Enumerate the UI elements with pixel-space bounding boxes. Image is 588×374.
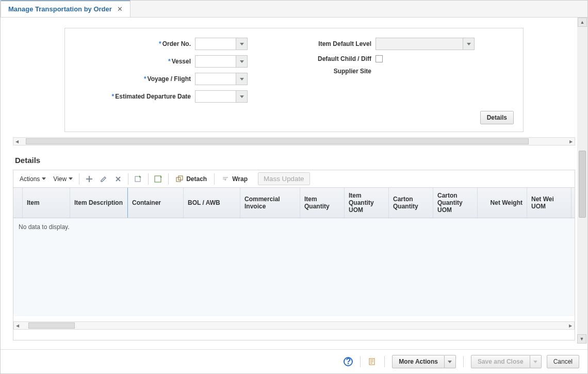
col-item-description[interactable]: Item Description xyxy=(70,188,128,218)
export-icon[interactable] xyxy=(132,173,145,185)
chevron-down-icon xyxy=(533,361,537,363)
col-carton-quantity[interactable]: Carton Quantity xyxy=(389,188,433,218)
col-bol-awb[interactable]: BOL / AWB xyxy=(184,188,240,218)
save-and-close-button: Save and Close xyxy=(471,355,542,368)
scroll-thumb[interactable] xyxy=(579,151,586,218)
item-default-level-lov-button[interactable] xyxy=(463,38,475,50)
more-actions-button[interactable]: More Actions xyxy=(392,355,456,368)
scroll-left-icon[interactable]: ◀ xyxy=(13,138,21,145)
order-no-label: Order No. xyxy=(162,40,191,47)
view-label: View xyxy=(53,175,67,183)
horizontal-scrollbar-grid[interactable]: ◀ ▶ xyxy=(13,321,575,330)
required-marker: * xyxy=(144,75,146,83)
col-container[interactable]: Container xyxy=(128,188,184,218)
chevron-down-icon xyxy=(240,95,244,98)
footer: ? More Actions Save and Close Cancel xyxy=(1,349,587,373)
view-menu[interactable]: View xyxy=(50,173,76,185)
etd-field[interactable] xyxy=(195,90,236,103)
details-panel: Actions View Detach Wrap Mass Update xyxy=(13,170,575,340)
order-no-lov-button[interactable] xyxy=(236,38,248,50)
content-area: * Order No. * Vessel * xyxy=(1,18,587,343)
scroll-up-icon[interactable]: ▲ xyxy=(578,18,587,27)
col-commercial-invoice[interactable]: Commercial Invoice xyxy=(240,188,300,218)
chevron-down-icon xyxy=(240,43,244,45)
required-marker: * xyxy=(168,58,171,65)
grid-body: No data to display. xyxy=(13,218,575,316)
voyage-lov-button[interactable] xyxy=(236,73,248,85)
chevron-down-icon xyxy=(240,78,244,80)
separator xyxy=(360,356,361,367)
no-data-message: No data to display. xyxy=(19,223,70,231)
vessel-field[interactable] xyxy=(195,55,236,68)
voyage-field[interactable] xyxy=(195,73,236,85)
separator xyxy=(168,173,169,185)
col-item-quantity-uom[interactable]: Item Quantity UOM xyxy=(345,188,389,218)
item-default-level-label: Item Default Level xyxy=(294,40,371,47)
voyage-label: Voyage / Flight xyxy=(148,75,191,83)
chevron-down-icon xyxy=(240,60,244,63)
vessel-input[interactable] xyxy=(195,55,248,68)
close-icon[interactable]: ✕ xyxy=(117,5,123,13)
vertical-scrollbar[interactable]: ▲ ▼ xyxy=(577,18,587,344)
detach-icon xyxy=(176,175,183,183)
col-net-weight[interactable]: Net Weight xyxy=(478,188,527,218)
col-net-weight-uom[interactable]: Net Wei UOM xyxy=(527,188,571,218)
horizontal-scrollbar-top[interactable]: ◀ ▶ xyxy=(13,137,575,145)
notes-icon[interactable] xyxy=(368,357,377,366)
scroll-right-icon[interactable]: ▶ xyxy=(567,322,574,329)
row-selector-header xyxy=(13,188,23,218)
save-and-close-dropdown xyxy=(530,355,542,368)
separator xyxy=(384,356,385,367)
help-icon[interactable]: ? xyxy=(344,357,353,366)
more-actions-label[interactable]: More Actions xyxy=(392,355,445,368)
etd-input[interactable] xyxy=(195,90,248,103)
actions-label: Actions xyxy=(20,175,40,183)
filter-form-panel: * Order No. * Vessel * xyxy=(64,28,524,132)
etd-label: Estimated Departure Date xyxy=(115,93,191,100)
cancel-button[interactable]: Cancel xyxy=(547,355,579,368)
details-toolbar: Actions View Detach Wrap Mass Update xyxy=(13,170,575,188)
order-no-field[interactable] xyxy=(195,38,236,50)
scroll-thumb[interactable] xyxy=(28,322,75,329)
col-carton-quantity-uom[interactable]: Carton Quantity UOM xyxy=(433,188,478,218)
more-actions-dropdown[interactable] xyxy=(445,355,456,368)
item-default-level-field[interactable] xyxy=(375,38,463,50)
default-child-diff-checkbox[interactable] xyxy=(375,55,383,62)
edit-icon[interactable] xyxy=(97,173,110,185)
required-marker: * xyxy=(159,40,161,47)
etd-date-picker-button[interactable] xyxy=(236,90,248,103)
detach-button[interactable]: Detach xyxy=(172,173,211,185)
separator xyxy=(148,173,149,185)
excel-export-icon[interactable] xyxy=(152,173,165,185)
item-default-level-input[interactable] xyxy=(375,38,475,50)
vessel-lov-button[interactable] xyxy=(236,55,248,68)
wrap-label: Wrap xyxy=(232,175,248,183)
svg-rect-1 xyxy=(155,176,161,182)
separator xyxy=(79,173,79,185)
detach-label: Detach xyxy=(186,175,207,183)
order-no-input[interactable] xyxy=(195,38,248,50)
actions-menu[interactable]: Actions xyxy=(17,173,49,185)
tab-title: Manage Transportation by Order xyxy=(8,5,112,13)
tab-manage-transportation[interactable]: Manage Transportation by Order ✕ xyxy=(1,0,130,17)
tab-bar: Manage Transportation by Order ✕ xyxy=(1,1,587,18)
scroll-right-icon[interactable]: ▶ xyxy=(567,138,575,145)
chevron-down-icon xyxy=(69,177,73,180)
col-item-quantity[interactable]: Item Quantity xyxy=(300,188,345,218)
chevron-down-icon xyxy=(467,43,471,45)
required-marker: * xyxy=(112,93,115,100)
wrap-button[interactable]: Wrap xyxy=(218,173,252,185)
details-button[interactable]: Details xyxy=(480,111,514,124)
save-and-close-label: Save and Close xyxy=(471,355,530,368)
supplier-site-label: Supplier Site xyxy=(294,68,371,75)
vessel-label: Vessel xyxy=(172,58,191,65)
scroll-left-icon[interactable]: ◀ xyxy=(14,322,21,329)
col-item[interactable]: Item xyxy=(23,188,70,218)
add-icon[interactable] xyxy=(83,173,96,185)
delete-icon[interactable] xyxy=(111,173,125,185)
scroll-down-icon[interactable]: ▼ xyxy=(577,334,586,344)
scroll-thumb[interactable] xyxy=(26,138,529,144)
separator xyxy=(128,173,128,185)
mass-update-button: Mass Update xyxy=(258,172,310,185)
voyage-input[interactable] xyxy=(195,73,248,85)
